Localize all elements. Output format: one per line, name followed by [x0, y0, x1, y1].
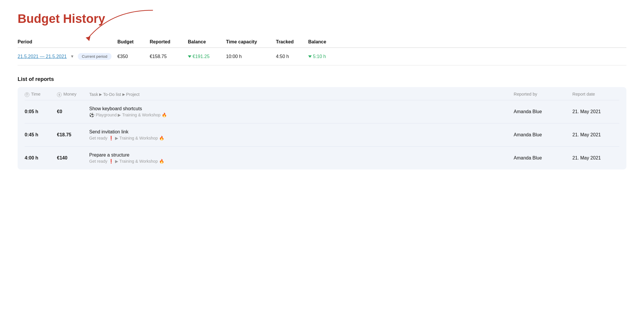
- reported-value: €158.75: [150, 54, 188, 59]
- dropdown-icon[interactable]: ▼: [70, 54, 74, 59]
- triangle-down-icon2: [308, 55, 312, 58]
- chevron-right-icon2: ▶: [122, 92, 125, 96]
- arrow-icon: ▶: [118, 113, 121, 117]
- flame-icon: 🔥: [159, 136, 164, 140]
- table-row: 4:00 h €140 Prepare a structure Get read…: [25, 147, 619, 169]
- flame-icon: 🔥: [159, 159, 164, 164]
- table-row: 0:45 h €18.75 Send invitation link Get r…: [25, 123, 619, 147]
- reporter-name: Amanda Blue: [514, 155, 572, 161]
- col-balance2: Balance: [308, 39, 340, 45]
- task-cell: Show keyboard shortcuts ⚽ Playground ▶ T…: [89, 106, 514, 117]
- table-row: 0:05 h €0 Show keyboard shortcuts ⚽ Play…: [25, 100, 619, 123]
- current-period-badge: Current period: [78, 53, 112, 60]
- reports-col-time: ⏱ Time: [25, 92, 57, 97]
- col-reported: Reported: [150, 39, 188, 45]
- chevron-right-icon: ▶: [99, 92, 102, 96]
- reports-header: ⏱ Time $ Money Task ▶ To-Do list ▶ Proje…: [25, 87, 619, 100]
- time-value: 4:00 h: [25, 155, 57, 161]
- reporter-name: Amanda Blue: [514, 109, 572, 114]
- task-cell: Send invitation link Get ready ❗ ▶ Train…: [89, 129, 514, 140]
- reporter-name: Amanda Blue: [514, 132, 572, 137]
- tracked-value: 4:50 h: [276, 54, 308, 59]
- col-tracked: Tracked: [276, 39, 308, 45]
- col-period: Period: [18, 39, 117, 45]
- period-link[interactable]: 21.5.2021 — 21.5.2021: [18, 54, 67, 59]
- task-name: Prepare a structure: [89, 152, 514, 158]
- reports-col-reported-by: Reported by: [514, 92, 572, 97]
- report-date: 21. May 2021: [572, 132, 619, 137]
- col-time-capacity: Time capacity: [226, 39, 276, 45]
- money-value: €140: [57, 155, 89, 161]
- time-value: 0:05 h: [25, 109, 57, 114]
- task-path: ⚽ Playground ▶ Training & Workshop 🔥: [89, 113, 514, 117]
- col-budget: Budget: [117, 39, 150, 45]
- report-date: 21. May 2021: [572, 109, 619, 114]
- reports-col-report-date: Report date: [572, 92, 619, 97]
- flame-icon: 🔥: [162, 113, 167, 117]
- budget-table-header: Period Budget Reported Balance Time capa…: [18, 36, 626, 48]
- page-title: Budget History: [18, 12, 626, 26]
- arrow-icon: ▶: [115, 136, 118, 140]
- task-icon: ⚽: [89, 113, 95, 117]
- balance2-value: 5:10 h: [308, 54, 340, 59]
- money-value: €18.75: [57, 132, 89, 137]
- alert-icon: ❗: [109, 136, 114, 140]
- task-name: Show keyboard shortcuts: [89, 106, 514, 111]
- money-icon: $: [57, 92, 62, 97]
- triangle-down-icon: [188, 55, 191, 58]
- task-path: Get ready ❗ ▶ Training & Workshop 🔥: [89, 159, 514, 164]
- reports-table: ⏱ Time $ Money Task ▶ To-Do list ▶ Proje…: [18, 87, 626, 169]
- budget-data-row: 21.5.2021 — 21.5.2021 ▼ Current period €…: [18, 48, 626, 65]
- period-cell: 21.5.2021 — 21.5.2021 ▼ Current period: [18, 53, 117, 60]
- task-cell: Prepare a structure Get ready ❗ ▶ Traini…: [89, 152, 514, 164]
- report-date: 21. May 2021: [572, 155, 619, 161]
- time-value: 0:45 h: [25, 132, 57, 137]
- arrow-icon: ▶: [115, 159, 118, 164]
- money-value: €0: [57, 109, 89, 114]
- task-path: Get ready ❗ ▶ Training & Workshop 🔥: [89, 136, 514, 140]
- budget-value: €350: [117, 54, 150, 59]
- balance-value: €191.25: [188, 54, 226, 59]
- time-capacity-value: 10:00 h: [226, 54, 276, 59]
- reports-col-money: $ Money: [57, 92, 89, 97]
- clock-icon: ⏱: [25, 92, 29, 97]
- alert-icon: ❗: [109, 159, 114, 164]
- list-of-reports-title: List of reports: [18, 76, 626, 82]
- reports-col-task: Task ▶ To-Do list ▶ Project: [89, 92, 514, 97]
- task-name: Send invitation link: [89, 129, 514, 135]
- col-balance: Balance: [188, 39, 226, 45]
